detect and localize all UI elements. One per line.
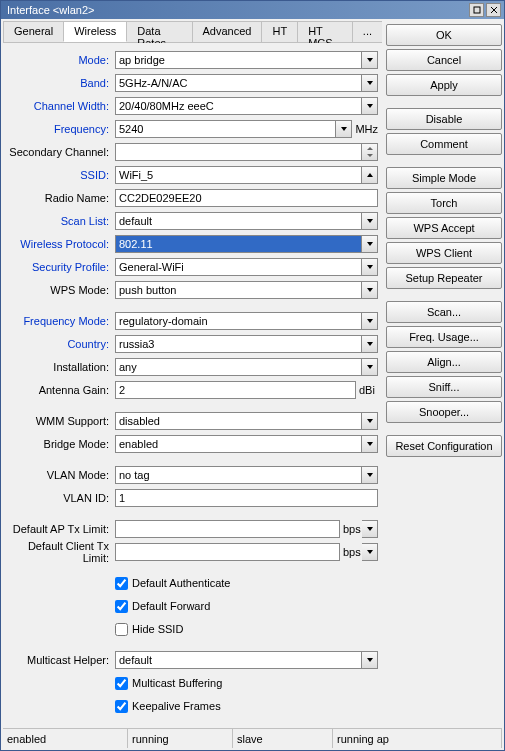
reset-configuration-button[interactable]: Reset Configuration (386, 435, 502, 457)
mhelper-input[interactable] (115, 651, 362, 669)
disable-button[interactable]: Disable (386, 108, 502, 130)
again-input[interactable] (115, 381, 356, 399)
tab--[interactable]: ... (352, 21, 382, 42)
ssid-dropdown-button[interactable] (362, 166, 378, 184)
dctx-unit: bps (340, 546, 362, 558)
form-area: Mode:Band:Channel Width:Frequency:MHzSec… (3, 43, 382, 728)
freq-label: Frequency: (7, 123, 115, 135)
minimize-button[interactable] (469, 3, 484, 17)
daptx-expand-button[interactable] (362, 520, 378, 538)
dfwd-checkbox[interactable]: Default Forward (115, 597, 210, 615)
tab-wireless[interactable]: Wireless (63, 21, 127, 42)
setup-repeater-button[interactable]: Setup Repeater (386, 267, 502, 289)
scan-dropdown-button[interactable] (362, 212, 378, 230)
cw-input[interactable] (115, 97, 362, 115)
wps-input[interactable] (115, 281, 362, 299)
snooper--button[interactable]: Snooper... (386, 401, 502, 423)
dauth-checkbox-label: Default Authenticate (132, 577, 230, 589)
sniff--button[interactable]: Sniff... (386, 376, 502, 398)
bridge-label: Bridge Mode: (7, 438, 115, 450)
vmode-input[interactable] (115, 466, 362, 484)
scan-input[interactable] (115, 212, 362, 230)
tab-ht[interactable]: HT (261, 21, 298, 42)
vid-input[interactable] (115, 489, 378, 507)
status-cell-3: running ap (333, 729, 502, 748)
tab-ht-mcs[interactable]: HT MCS (297, 21, 353, 42)
status-cell-2: slave (233, 729, 333, 748)
ok-button[interactable]: OK (386, 24, 502, 46)
wps-label: WPS Mode: (7, 284, 115, 296)
band-dropdown-button[interactable] (362, 74, 378, 92)
mode-input[interactable] (115, 51, 362, 69)
status-cell-0: enabled (3, 729, 128, 748)
tab-data-rates[interactable]: Data Rates (126, 21, 192, 42)
scan--button[interactable]: Scan... (386, 301, 502, 323)
mhelper-dropdown-button[interactable] (362, 651, 378, 669)
secprof-dropdown-button[interactable] (362, 258, 378, 276)
hidessid-checkbox-input[interactable] (115, 623, 128, 636)
scan-label: Scan List: (7, 215, 115, 227)
freq-usage--button[interactable]: Freq. Usage... (386, 326, 502, 348)
inst-input[interactable] (115, 358, 362, 376)
wps-accept-button[interactable]: WPS Accept (386, 217, 502, 239)
tab-general[interactable]: General (3, 21, 64, 42)
country-input[interactable] (115, 335, 362, 353)
window-title: Interface <wlan2> (4, 4, 467, 16)
cw-label: Channel Width: (7, 100, 115, 112)
wproto-label: Wireless Protocol: (7, 238, 115, 250)
hidessid-checkbox[interactable]: Hide SSID (115, 620, 183, 638)
mbuf-checkbox-input[interactable] (115, 677, 128, 690)
close-button[interactable] (486, 3, 501, 17)
wproto-dropdown-button[interactable] (362, 235, 378, 253)
cw-dropdown-button[interactable] (362, 97, 378, 115)
sec-dropdown-button[interactable] (362, 143, 378, 161)
dauth-checkbox-input[interactable] (115, 577, 128, 590)
bridge-input[interactable] (115, 435, 362, 453)
inst-label: Installation: (7, 361, 115, 373)
dctx-input[interactable] (115, 543, 340, 561)
comment-button[interactable]: Comment (386, 133, 502, 155)
inst-dropdown-button[interactable] (362, 358, 378, 376)
wproto-input[interactable] (115, 235, 362, 253)
daptx-input[interactable] (115, 520, 340, 538)
tab-advanced[interactable]: Advanced (192, 21, 263, 42)
mode-dropdown-button[interactable] (362, 51, 378, 69)
wps-dropdown-button[interactable] (362, 281, 378, 299)
bridge-dropdown-button[interactable] (362, 435, 378, 453)
ssid-input[interactable] (115, 166, 362, 184)
vmode-dropdown-button[interactable] (362, 466, 378, 484)
dauth-checkbox[interactable]: Default Authenticate (115, 574, 230, 592)
mhelper-label: Multicast Helper: (7, 654, 115, 666)
secprof-input[interactable] (115, 258, 362, 276)
torch-button[interactable]: Torch (386, 192, 502, 214)
radio-input[interactable] (115, 189, 378, 207)
align--button[interactable]: Align... (386, 351, 502, 373)
simple-mode-button[interactable]: Simple Mode (386, 167, 502, 189)
again-label: Antenna Gain: (7, 384, 115, 396)
freq-dropdown-button[interactable] (336, 120, 352, 138)
cancel-button[interactable]: Cancel (386, 49, 502, 71)
wmm-input[interactable] (115, 412, 362, 430)
apply-button[interactable]: Apply (386, 74, 502, 96)
kafrm-checkbox-label: Keepalive Frames (132, 700, 221, 712)
country-dropdown-button[interactable] (362, 335, 378, 353)
freq-unit: MHz (352, 123, 378, 135)
mbuf-checkbox-label: Multicast Buffering (132, 677, 222, 689)
vmode-label: VLAN Mode: (7, 469, 115, 481)
band-label: Band: (7, 77, 115, 89)
fmode-input[interactable] (115, 312, 362, 330)
dfwd-checkbox-input[interactable] (115, 600, 128, 613)
dctx-expand-button[interactable] (362, 543, 378, 561)
svg-rect-0 (474, 7, 480, 13)
mbuf-checkbox[interactable]: Multicast Buffering (115, 674, 222, 692)
again-unit: dBi (356, 384, 378, 396)
freq-input[interactable] (115, 120, 336, 138)
kafrm-checkbox[interactable]: Keepalive Frames (115, 697, 221, 715)
wps-client-button[interactable]: WPS Client (386, 242, 502, 264)
sec-input[interactable] (115, 143, 362, 161)
titlebar: Interface <wlan2> (1, 1, 504, 19)
fmode-dropdown-button[interactable] (362, 312, 378, 330)
kafrm-checkbox-input[interactable] (115, 700, 128, 713)
band-input[interactable] (115, 74, 362, 92)
wmm-dropdown-button[interactable] (362, 412, 378, 430)
